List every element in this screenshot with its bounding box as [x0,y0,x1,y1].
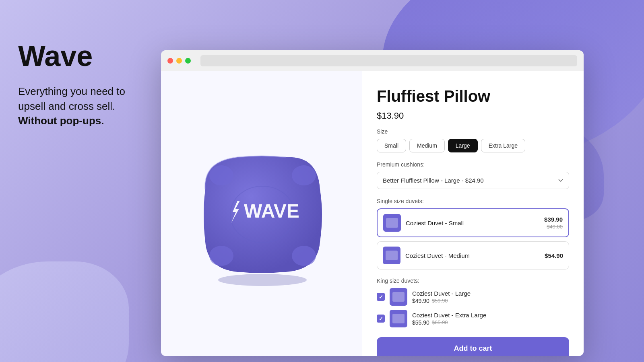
single-duvet-item-1[interactable]: Coziest Duvet - Medium $54.90 [377,241,569,269]
svg-point-2 [209,246,233,266]
king-duvet-thumb-0 [390,288,407,306]
size-extra-large[interactable]: Extra Large [481,139,525,152]
single-duvet-name-0: Coziest Duvet - Small [406,220,539,226]
single-duvet-thumb-0 [383,214,401,232]
single-duvet-thumb-1 [383,247,400,264]
single-duvet-price-new-1: $54.90 [545,252,563,259]
address-bar[interactable] [200,55,577,66]
single-duvet-price-new-0: $39.90 [544,216,563,223]
single-duvet-price-old-0: $49.00 [547,224,563,230]
product-name: Fluffiest Pillow [377,87,569,105]
add-to-cart-button[interactable]: Add to cart [377,337,569,356]
browser-window: WAVE Fluffiest Pillow $13.90 Size Small … [161,50,584,356]
king-duvet-thumb-1 [390,310,407,327]
left-panel: Wave Everything you need to upsell and c… [18,40,147,128]
king-duvet-info-0: Coziest Duvet - Large $49.90 $59.90 [412,290,569,304]
subtitle-bold: Without pop-ups. [18,115,104,127]
traffic-light-red[interactable] [167,58,173,64]
king-duvets-list: ✓ Coziest Duvet - Large $49.90 $59.90 [377,288,569,327]
single-duvets-label: Single size duvets: [377,198,569,204]
king-duvet-name-1: Coziest Duvet - Extra Large [412,312,569,319]
single-duvet-price-0: $39.90 $49.00 [544,216,563,230]
size-options: Small Medium Large Extra Large [377,139,569,152]
king-duvet-checkbox-0[interactable]: ✓ [377,293,385,301]
size-medium[interactable]: Medium [409,139,445,152]
browser-titlebar [161,50,584,71]
product-pillow-image: WAVE [185,137,338,290]
king-duvet-checkbox-1[interactable]: ✓ [377,315,385,323]
product-details: Fluffiest Pillow $13.90 Size Small Mediu… [362,71,584,356]
svg-point-3 [292,246,316,266]
single-duvet-item-0[interactable]: Coziest Duvet - Small $39.90 $49.00 [377,208,569,237]
checkmark-1: ✓ [379,316,383,322]
premium-cushions-dropdown[interactable]: Better Fluffiest Pillow - Large - $24.90 [377,172,569,189]
king-duvet-prices-0: $49.90 $59.90 [412,298,569,304]
svg-point-7 [218,274,307,286]
king-duvet-item-0[interactable]: ✓ Coziest Duvet - Large $49.90 $59.90 [377,288,569,306]
king-duvet-name-0: Coziest Duvet - Large [412,290,569,297]
traffic-light-green[interactable] [185,58,191,64]
product-image-area: WAVE [161,71,362,356]
king-duvet-item-1[interactable]: ✓ Coziest Duvet - Extra Large $55.90 $65… [377,310,569,327]
checkmark-0: ✓ [379,294,383,300]
single-duvet-name-1: Coziest Duvet - Medium [405,252,540,259]
bg-blob-2 [0,261,129,362]
browser-content: WAVE Fluffiest Pillow $13.90 Size Small … [161,71,584,356]
king-duvet-price-old-1: $65.90 [432,319,448,325]
traffic-light-yellow[interactable] [176,58,182,64]
brand-subtitle: Everything you need to upsell and cross … [18,84,147,128]
size-large[interactable]: Large [448,139,478,152]
king-duvets-label: King size duvets: [377,278,569,284]
svg-point-0 [209,165,233,185]
brand-title: Wave [18,40,147,72]
size-small[interactable]: Small [377,139,406,152]
king-duvet-prices-1: $55.90 $65.90 [412,319,569,326]
king-duvet-price-new-1: $55.90 [412,319,429,326]
premium-cushions-label: Premium cushions: [377,161,569,168]
size-section-label: Size [377,128,569,135]
king-duvet-price-new-0: $49.90 [412,298,429,304]
single-duvets-list: Coziest Duvet - Small $39.90 $49.00 Cozi… [377,208,569,269]
svg-point-1 [292,165,316,185]
single-duvet-price-1: $54.90 [545,252,563,259]
king-duvet-info-1: Coziest Duvet - Extra Large $55.90 $65.9… [412,312,569,326]
subtitle-text: Everything you need to upsell and cross … [18,85,125,112]
king-duvet-price-old-0: $59.90 [432,298,448,304]
svg-text:WAVE: WAVE [244,200,299,222]
product-price: $13.90 [377,111,569,121]
